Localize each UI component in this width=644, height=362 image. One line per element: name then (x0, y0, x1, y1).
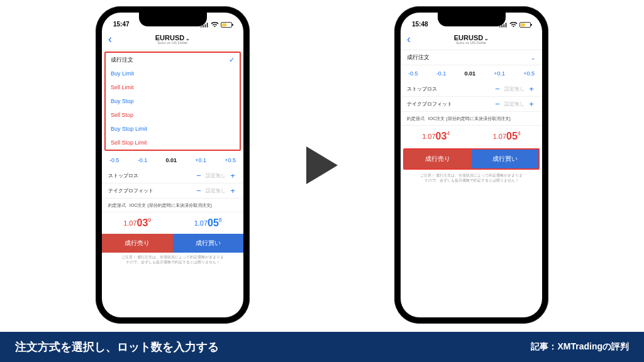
stage: 15:47 ‹ EURUSD⌄ Euro vs US Dollar 成行注文 (0, 0, 644, 330)
order-type-label: 成行注文 (407, 53, 430, 62)
caption-bar: 注文方式を選択し、ロット数を入力する 記事：XMTradingの評判 (0, 332, 644, 362)
fill-label: 約定形式 (407, 116, 425, 121)
bid-price: 1.07034 (401, 126, 472, 147)
symbol-subtitle: Euro vs US Dollar (102, 41, 243, 45)
buy-button[interactable]: 成行買い (173, 234, 244, 253)
back-button[interactable]: ‹ (407, 33, 411, 46)
take-profit-row: テイクプロフィット − 設定無し + (102, 184, 243, 199)
take-profit-label: テイクプロフィット (407, 101, 493, 107)
lot-minus-05[interactable]: -0.5 (109, 157, 119, 163)
take-profit-row: テイクプロフィット − 設定無し + (401, 97, 542, 112)
nav-bar: ‹ EURUSD⌄ Euro vs US Dollar (102, 29, 243, 50)
screen-left: 15:47 ‹ EURUSD⌄ Euro vs US Dollar 成行注文 (102, 13, 243, 317)
svg-marker-0 (306, 146, 338, 184)
battery-icon (519, 22, 531, 28)
status-indicators (201, 22, 232, 28)
lot-minus-05[interactable]: -0.5 (408, 70, 418, 77)
stop-loss-label: ストップロス (108, 172, 194, 179)
price-panel: 1.07034 1.07054 (401, 126, 542, 147)
lot-plus-05[interactable]: +0.5 (225, 157, 236, 163)
trade-buttons: 成行売り 成行買い (102, 234, 243, 253)
order-type-market-label: 成行注文 (111, 56, 133, 64)
lot-minus-01[interactable]: -0.1 (138, 157, 148, 163)
status-time: 15:47 (113, 21, 130, 28)
symbol-subtitle: Euro vs US Dollar (401, 41, 542, 45)
fill-label: 約定形式 (108, 203, 126, 207)
lot-minus-01[interactable]: -0.1 (436, 70, 447, 77)
phone-left: 15:47 ‹ EURUSD⌄ Euro vs US Dollar 成行注文 (96, 6, 250, 324)
content-right: 成行注文 ⌄ -0.5 -0.1 0.01 +0.1 +0.5 ストップロス −… (401, 50, 542, 317)
order-type-selector[interactable]: 成行注文 ⌄ (401, 50, 542, 65)
price-panel: 1.07039 1.07058 (102, 212, 243, 234)
fill-value: IOC注文 (部分約定時に未決済分取消注文) (428, 116, 511, 121)
disclaimer: ご注意！ 成行注文は、市場状況によって約定価格がきまりま すので、必ずしも提示価… (401, 171, 542, 185)
lot-plus-01[interactable]: +0.1 (195, 157, 206, 163)
lot-stepper: -0.5 -0.1 0.01 +0.1 +0.5 (102, 152, 243, 168)
fill-policy-row[interactable]: 約定形式 IOC注文 (部分約定時に未決済分取消注文) (102, 199, 243, 212)
buy-button[interactable]: 成行買い (472, 150, 539, 168)
ask-price: 1.07058 (173, 212, 244, 234)
battery-icon (221, 22, 232, 28)
phone-notch (438, 13, 506, 26)
status-indicators (499, 22, 531, 28)
order-type-highlight: 成行注文 ✓ Buy Limit Sell Limit Buy Stop Sel… (104, 52, 241, 151)
sl-value[interactable]: 設定無し (203, 172, 228, 179)
status-time: 15:48 (412, 21, 428, 28)
ask-price: 1.07054 (472, 126, 543, 147)
bid-price: 1.07039 (102, 212, 173, 234)
order-type-sell-limit[interactable]: Sell Limit (106, 80, 240, 94)
symbol-selector[interactable]: EURUSD⌄ Euro vs US Dollar (102, 34, 243, 45)
disclaimer: ご注意！ 成行注文は、市場状況によって約定価格がきまりま すので、必ずしも提示価… (102, 253, 243, 267)
tp-value[interactable]: 設定無し (203, 187, 228, 194)
screen-right: 15:48 ‹ EURUSD⌄ Euro vs US Dollar 成行注文 ⌄ (401, 13, 542, 317)
nav-bar: ‹ EURUSD⌄ Euro vs US Dollar (401, 29, 542, 50)
order-type-sell-stop-limit[interactable]: Sell Stop Limit (106, 136, 240, 150)
sl-plus[interactable]: + (527, 84, 536, 94)
caption-source: 記事：XMTradingの評判 (531, 341, 629, 353)
wifi-icon (509, 22, 518, 28)
check-icon: ✓ (229, 56, 235, 64)
lot-stepper: -0.5 -0.1 0.01 +0.1 +0.5 (401, 65, 542, 82)
fill-value: IOC注文 (部分約定時に未決済分取消注文) (130, 203, 212, 207)
lot-current[interactable]: 0.01 (165, 157, 177, 163)
chevron-down-icon: ⌄ (531, 55, 536, 61)
sell-button[interactable]: 成行売り (102, 234, 173, 253)
take-profit-label: テイクプロフィット (108, 187, 194, 194)
sl-minus[interactable]: − (194, 171, 203, 180)
tp-minus[interactable]: − (194, 186, 203, 195)
symbol-selector[interactable]: EURUSD⌄ Euro vs US Dollar (401, 34, 542, 45)
content-left: 成行注文 ✓ Buy Limit Sell Limit Buy Stop Sel… (102, 50, 243, 317)
sell-button[interactable]: 成行売り (404, 150, 472, 168)
order-type-market[interactable]: 成行注文 ✓ (106, 53, 240, 67)
fill-policy-row[interactable]: 約定形式 IOC注文 (部分約定時に未決済分取消注文) (401, 112, 542, 126)
tp-minus[interactable]: − (493, 99, 502, 109)
sl-value[interactable]: 設定無し (502, 85, 527, 92)
order-type-buy-stop[interactable]: Buy Stop (106, 94, 240, 108)
tp-value[interactable]: 設定無し (502, 101, 527, 107)
stop-loss-row: ストップロス − 設定無し + (102, 168, 243, 184)
order-type-sell-stop[interactable]: Sell Stop (106, 108, 240, 122)
caption-title: 注文方式を選択し、ロット数を入力する (15, 339, 219, 354)
phone-right: 15:48 ‹ EURUSD⌄ Euro vs US Dollar 成行注文 ⌄ (394, 6, 548, 324)
sl-plus[interactable]: + (228, 171, 237, 180)
stop-loss-label: ストップロス (407, 85, 493, 92)
wifi-icon (211, 22, 219, 28)
lot-plus-01[interactable]: +0.1 (494, 70, 505, 77)
arrow-icon (300, 140, 344, 190)
stop-loss-row: ストップロス − 設定無し + (401, 82, 542, 97)
order-type-buy-stop-limit[interactable]: Buy Stop Limit (106, 122, 240, 136)
sl-minus[interactable]: − (493, 84, 502, 94)
lot-current[interactable]: 0.01 (464, 70, 475, 77)
back-button[interactable]: ‹ (108, 33, 112, 46)
lot-plus-05[interactable]: +0.5 (523, 70, 535, 77)
tp-plus[interactable]: + (527, 99, 536, 109)
trade-buttons: 成行売り 成行買い (404, 150, 538, 168)
tp-plus[interactable]: + (228, 186, 237, 195)
phone-notch (139, 13, 207, 26)
trade-buttons-highlight: 成行売り 成行買い (403, 148, 540, 170)
order-type-buy-limit[interactable]: Buy Limit (106, 67, 240, 80)
